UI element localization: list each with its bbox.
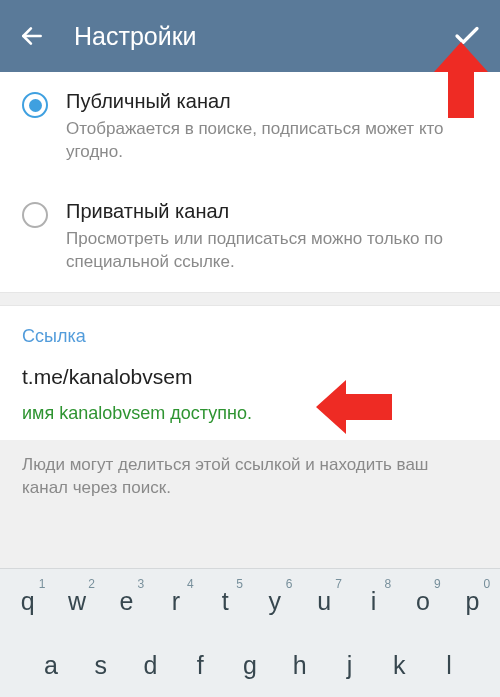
settings-content: Публичный канал Отображается в поиске, п… bbox=[0, 72, 500, 292]
channel-type-public[interactable]: Публичный канал Отображается в поиске, п… bbox=[0, 72, 500, 182]
link-label: Ссылка bbox=[22, 326, 478, 347]
keyboard-key[interactable]: l bbox=[425, 637, 473, 693]
keyboard-key[interactable]: t5 bbox=[202, 573, 249, 629]
link-input[interactable]: t.me/kanalobvsem bbox=[22, 365, 478, 389]
radio-title: Приватный канал bbox=[66, 200, 478, 223]
keyboard-key[interactable]: r4 bbox=[152, 573, 199, 629]
keyboard-key[interactable]: u7 bbox=[300, 573, 347, 629]
radio-icon bbox=[22, 92, 48, 118]
keyboard-key-number: 7 bbox=[335, 577, 342, 591]
section-divider bbox=[0, 292, 500, 306]
page-title: Настройки bbox=[74, 22, 452, 51]
radio-icon bbox=[22, 202, 48, 228]
keyboard-key[interactable]: a bbox=[27, 637, 75, 693]
soft-keyboard: q1w2e3r4t5y6u7i8o9p0 asdfghjkl bbox=[0, 568, 500, 697]
keyboard-key-number: 0 bbox=[483, 577, 490, 591]
keyboard-key[interactable]: s bbox=[77, 637, 125, 693]
keyboard-key[interactable]: w2 bbox=[53, 573, 100, 629]
keyboard-key-number: 2 bbox=[88, 577, 95, 591]
keyboard-row: asdfghjkl bbox=[0, 633, 500, 697]
keyboard-key[interactable]: f bbox=[176, 637, 224, 693]
keyboard-key[interactable]: i8 bbox=[350, 573, 397, 629]
link-availability-status: имя kanalobvsem доступно. bbox=[22, 403, 478, 424]
keyboard-key[interactable]: j bbox=[326, 637, 374, 693]
radio-title: Публичный канал bbox=[66, 90, 478, 113]
keyboard-key[interactable]: k bbox=[375, 637, 423, 693]
confirm-check-icon[interactable] bbox=[452, 21, 482, 51]
keyboard-key[interactable]: d bbox=[127, 637, 175, 693]
channel-type-private[interactable]: Приватный канал Просмотреть или подписат… bbox=[0, 182, 500, 292]
keyboard-key[interactable]: e3 bbox=[103, 573, 150, 629]
keyboard-key-number: 5 bbox=[236, 577, 243, 591]
header-bar: Настройки bbox=[0, 0, 500, 72]
radio-description: Просмотреть или подписаться можно только… bbox=[66, 228, 478, 274]
keyboard-key-number: 9 bbox=[434, 577, 441, 591]
radio-description: Отображается в поиске, подписаться может… bbox=[66, 118, 478, 164]
link-hint: Люди могут делиться этой ссылкой и наход… bbox=[0, 440, 500, 518]
back-arrow-icon[interactable] bbox=[18, 22, 46, 50]
link-section: Ссылка t.me/kanalobvsem имя kanalobvsem … bbox=[0, 306, 500, 440]
keyboard-row: q1w2e3r4t5y6u7i8o9p0 bbox=[0, 569, 500, 633]
keyboard-key[interactable]: y6 bbox=[251, 573, 298, 629]
keyboard-key-number: 6 bbox=[286, 577, 293, 591]
keyboard-key-number: 8 bbox=[385, 577, 392, 591]
keyboard-key-number: 1 bbox=[39, 577, 46, 591]
keyboard-key[interactable]: p0 bbox=[449, 573, 496, 629]
keyboard-key[interactable]: q1 bbox=[4, 573, 51, 629]
keyboard-key-number: 4 bbox=[187, 577, 194, 591]
keyboard-key[interactable]: o9 bbox=[399, 573, 446, 629]
keyboard-key[interactable]: h bbox=[276, 637, 324, 693]
keyboard-key[interactable]: g bbox=[226, 637, 274, 693]
keyboard-key-number: 3 bbox=[138, 577, 145, 591]
